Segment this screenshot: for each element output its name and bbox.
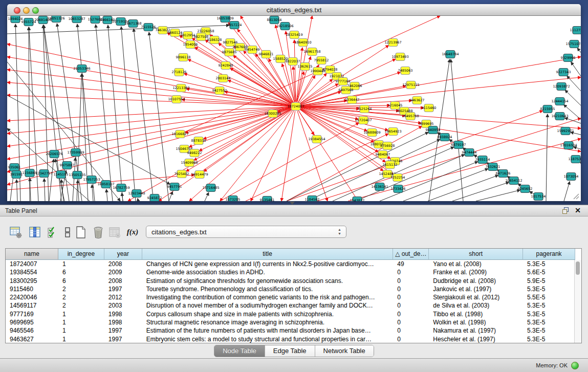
graph-edge[interactable] [49,159,54,201]
table-cell[interactable]: 14569117 [6,301,58,310]
graph-edge[interactable] [297,111,328,201]
graph-node[interactable]: 2718126 [172,69,187,76]
table-cell[interactable]: 0 [393,268,429,276]
float-window-icon[interactable] [561,207,570,215]
graph-node[interactable]: 2803144 [216,75,231,82]
table-cell[interactable]: 5.3E-5 [523,285,575,293]
table-cell[interactable]: 5.3E-5 [523,335,575,343]
tab-node-table[interactable]: Node Table [214,345,265,357]
graph-edge[interactable] [565,90,581,107]
graph-node[interactable]: 12444154 [551,98,568,105]
graph-edge[interactable] [7,107,291,134]
graph-node[interactable]: 16782759 [113,184,129,192]
column-header-year[interactable]: year [104,249,142,260]
table-cell[interactable]: 5.3E-5 [523,260,575,268]
table-cell[interactable]: 5.3E-5 [523,326,575,335]
table-cell[interactable]: 9463627 [6,335,58,343]
table-row[interactable]: 946554611997Estimation of the future num… [6,326,575,335]
graph-node[interactable]: 9463627 [410,97,425,104]
table-cell[interactable]: 0 [393,318,429,326]
table-row[interactable]: 1872400712008Changes of HCN gene express… [6,260,575,268]
column-header-in_degree[interactable]: in_degree [58,249,104,260]
table-row[interactable]: 1938455462009Genome-wide association stu… [6,268,575,276]
table-cell[interactable]: de Silva et al. (2003) [429,301,523,310]
graph-edge[interactable] [577,48,581,56]
table-scrollbar[interactable] [574,260,581,343]
table-cell[interactable]: Nakamura et al. (1997) [429,326,523,335]
table-cell[interactable]: Changes of HCN gene expression and I(f) … [142,260,394,268]
scrollbar-thumb[interactable] [576,261,580,275]
table-cell[interactable]: 0 [393,310,429,318]
graph-edge[interactable] [564,182,570,201]
table-cell[interactable]: 18724007 [6,260,58,268]
table-cell[interactable]: 9699695 [6,318,58,326]
table-row[interactable]: 1456911722003Disruption of a novel membe… [6,301,575,310]
graph-node[interactable]: 1017534 [531,193,546,201]
graph-node[interactable]: 7955812 [314,57,329,64]
table-row[interactable]: 977716911998Corpus callosum shape and si… [6,310,575,318]
table-row[interactable]: 2242004622012Investigating the contribut… [6,293,575,301]
column-header-out_de[interactable]: △ out_de… [393,249,429,260]
table-cell[interactable]: Jankovic et al. (1997) [429,285,523,293]
table-cell[interactable]: 5.3E-5 [523,301,575,310]
graph-node[interactable]: 12093872 [553,83,570,91]
graph-edge[interactable] [149,32,169,201]
graph-edge[interactable] [451,59,463,201]
table-cell[interactable]: 9115460 [6,285,58,293]
table-cell[interactable]: 0 [393,335,429,343]
table-cell[interactable]: 2008 [104,260,142,268]
graph-node[interactable]: 7925402 [175,170,189,178]
close-panel-icon[interactable]: ✕ [574,206,582,214]
graph-edge[interactable] [7,25,229,34]
graph-edge[interactable] [44,179,45,201]
graph-node[interactable]: 1112753 [570,27,581,34]
tab-edge-table[interactable]: Edge Table [265,345,315,357]
graph-edge[interactable] [300,107,581,128]
table-cell[interactable]: 0 [393,301,429,310]
table-cell[interactable]: 1 [58,326,104,335]
table-options-button[interactable] [8,225,24,240]
graph-edge[interactable] [205,192,209,201]
table-row[interactable]: 969969511998Structural magnetic resonanc… [6,318,575,326]
graph-node[interactable]: 391591 [10,171,23,179]
table-cell[interactable]: Tibbo et al. (1998) [429,310,523,318]
graph-edge[interactable] [281,111,295,201]
graph-node[interactable]: 10654112 [505,177,522,185]
table-cell[interactable]: 2 [58,293,104,301]
table-cell[interactable]: Corpus callosum shape and size in male p… [142,310,394,318]
column-header-title[interactable]: title [142,249,394,260]
graph-node[interactable]: 19218506 [276,23,293,30]
table-cell[interactable]: 0 [393,285,429,293]
graph-node[interactable]: 10653287 [68,16,85,23]
create-column-button[interactable] [73,225,89,240]
table-row[interactable]: 911546021997Tourette syndrome. Phenomeno… [6,285,575,293]
table-cell[interactable]: 1 [58,335,104,343]
table-cell[interactable]: Estimation of significance thresholds fo… [142,277,394,285]
table-cell[interactable]: 22420046 [6,293,58,301]
table-cell[interactable]: 1997 [104,335,142,343]
graph-node[interactable]: 16648784 [442,51,459,58]
table-cell[interactable]: 1998 [104,310,142,318]
graph-edge[interactable] [7,107,291,146]
tab-network-table[interactable]: Network Table [315,345,374,357]
graph-node[interactable]: 9846821 [259,51,274,58]
table-cell[interactable]: 5.9E-5 [523,277,575,285]
table-cell[interactable]: Embryonic stem cells: a model to study s… [142,335,394,343]
column-header-short[interactable]: short [429,249,523,260]
table-cell[interactable]: Genome-wide association studies in ADHD. [142,268,394,276]
graph-node[interactable]: 7632621 [486,163,500,171]
table-cell[interactable]: Disruption of a novel member of a sodium… [142,301,394,310]
graph-node[interactable]: 8215955 [540,105,555,113]
graph-edge[interactable] [121,27,136,201]
network-window-titlebar[interactable]: citations_edges.txt [7,4,581,16]
table-cell[interactable]: 5.3E-5 [523,318,575,326]
function-builder-button[interactable]: f(x) [125,225,140,240]
graph-node[interactable]: 16210643 [551,113,568,120]
table-cell[interactable]: 6 [58,277,104,285]
graph-node[interactable]: 9115460 [422,104,437,112]
table-cell[interactable]: Hescheler et al. (1997) [429,335,523,343]
graph-node[interactable]: 8813054 [267,16,282,24]
graph-node[interactable]: 20206576 [46,150,62,158]
graph-edge[interactable] [452,182,509,201]
graph-edge[interactable] [298,111,358,201]
